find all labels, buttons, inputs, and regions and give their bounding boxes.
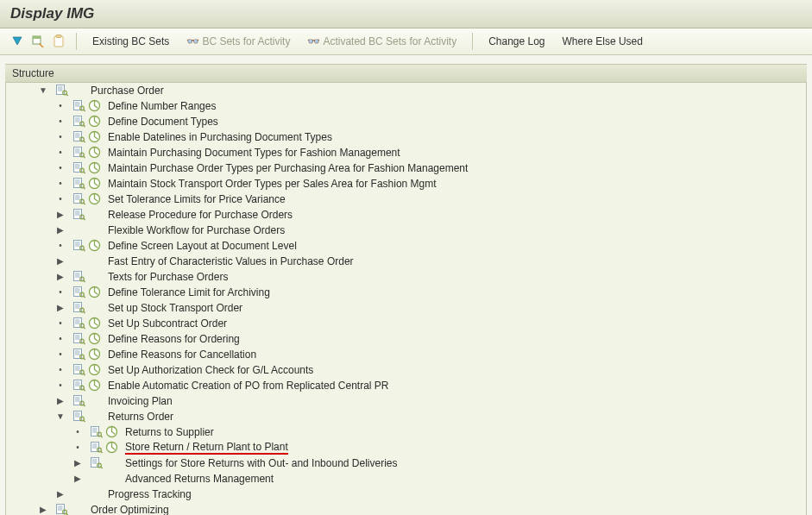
node-label[interactable]: Define Number Ranges (108, 100, 216, 112)
img-doc-icon[interactable] (72, 130, 85, 144)
img-doc-icon[interactable] (54, 503, 68, 516)
execute-activity-icon[interactable] (87, 192, 101, 206)
img-doc-icon[interactable] (72, 161, 85, 175)
tree-row[interactable]: • Define Reasons for Ordering (6, 331, 806, 347)
node-label[interactable]: Define Document Types (108, 116, 218, 128)
tree-row[interactable]: ▶Flexible Workflow for Purchase Orders (6, 223, 806, 238)
execute-activity-icon[interactable] (87, 239, 101, 253)
node-label[interactable]: Invoicing Plan (108, 395, 173, 407)
tree-row[interactable]: ▶Fast Entry of Characteristic Values in … (6, 254, 806, 269)
node-label[interactable]: Progress Tracking (108, 488, 192, 500)
node-label[interactable]: Set Tolerance Limits for Price Variance (108, 193, 286, 205)
node-label[interactable]: Define Screen Layout at Document Level (108, 240, 297, 252)
execute-activity-icon[interactable] (87, 99, 101, 113)
node-label[interactable]: Set Up Subcontract Order (108, 317, 227, 330)
img-doc-icon[interactable] (72, 348, 85, 361)
tree-row[interactable]: • Maintain Stock Transport Order Types p… (6, 176, 806, 192)
img-doc-icon[interactable] (72, 177, 85, 191)
expand-icon[interactable]: ▶ (72, 458, 84, 468)
tree-row[interactable]: ▶ Set up Stock Transport Order (6, 300, 806, 316)
node-label[interactable]: Define Tolerance Limit for Archiving (108, 286, 270, 298)
node-label[interactable]: Enable Datelines in Purchasing Document … (108, 131, 332, 143)
img-doc-icon[interactable] (72, 270, 85, 284)
execute-activity-icon[interactable] (87, 146, 101, 160)
node-label[interactable]: Returns to Supplier (125, 426, 214, 438)
img-doc-icon[interactable] (89, 456, 103, 470)
tree-row[interactable]: ▼ Returns Order (6, 409, 806, 424)
change-log-button[interactable]: Change Log (482, 33, 551, 50)
img-doc-icon[interactable] (72, 192, 85, 206)
expand-subtree-icon[interactable] (9, 33, 26, 50)
execute-activity-icon[interactable] (87, 161, 101, 175)
img-doc-icon[interactable] (72, 379, 85, 393)
node-label[interactable]: Store Return / Return Plant to Plant (125, 441, 288, 455)
tree-row[interactable]: ▶ Texts for Purchase Orders (6, 269, 806, 285)
node-label[interactable]: Texts for Purchase Orders (108, 271, 228, 283)
tree-row[interactable]: ▶ Invoicing Plan (6, 393, 806, 409)
expand-icon[interactable]: ▶ (54, 225, 66, 235)
tree-row[interactable]: ▶ Order Optimizing (6, 502, 806, 515)
node-label[interactable]: Define Reasons for Ordering (108, 333, 240, 345)
where-else-used-button[interactable]: Where Else Used (556, 33, 650, 50)
img-doc-icon[interactable] (72, 146, 85, 160)
node-label[interactable]: Returns Order (108, 411, 173, 423)
img-doc-icon[interactable] (72, 394, 85, 408)
node-label[interactable]: Define Reasons for Cancellation (108, 349, 256, 361)
execute-activity-icon[interactable] (104, 441, 118, 455)
expand-icon[interactable]: ▶ (54, 256, 66, 266)
img-doc-icon[interactable] (72, 363, 85, 377)
node-label[interactable]: Set Up Authorization Check for G/L Accou… (108, 364, 313, 376)
tree-row[interactable]: • Set Tolerance Limits for Price Varianc… (6, 192, 806, 207)
tree-row[interactable]: • Define Tolerance Limit for Archiving (6, 285, 806, 300)
tree-row[interactable]: • Enable Automatic Creation of PO from R… (6, 378, 806, 393)
tree-row[interactable]: ▶ Settings for Store Returns with Out- a… (6, 455, 806, 471)
tree-row[interactable]: • Define Document Types (6, 114, 806, 129)
tree-row[interactable]: ▼ Purchase Order (6, 83, 806, 98)
img-doc-icon[interactable] (72, 286, 85, 299)
img-doc-icon[interactable] (72, 239, 85, 253)
tree-row[interactable]: ▶Progress Tracking (6, 487, 806, 502)
node-label[interactable]: Maintain Purchase Order Types per Purcha… (108, 162, 468, 174)
tree-row[interactable]: • Define Screen Layout at Document Level (6, 238, 806, 254)
node-label[interactable]: Enable Automatic Creation of PO from Rep… (108, 380, 389, 392)
expand-icon[interactable]: ▶ (54, 396, 66, 405)
img-doc-icon[interactable] (54, 84, 68, 97)
existing-bc-sets-button[interactable]: Existing BC Sets (85, 33, 176, 50)
find-icon[interactable] (29, 33, 47, 50)
expand-icon[interactable]: ▶ (54, 489, 66, 499)
node-label[interactable]: Release Procedure for Purchase Orders (108, 209, 293, 221)
tree-row[interactable]: • Maintain Purchasing Document Types for… (6, 145, 806, 160)
tree-row[interactable]: • Set Up Authorization Check for G/L Acc… (6, 362, 806, 378)
img-doc-icon[interactable] (72, 115, 85, 129)
collapse-icon[interactable]: ▼ (37, 85, 49, 95)
clipboard-icon[interactable] (50, 33, 67, 50)
execute-activity-icon[interactable] (87, 130, 101, 144)
tree-row[interactable]: • Define Reasons for Cancellation (6, 347, 806, 362)
execute-activity-icon[interactable] (87, 177, 101, 191)
img-doc-icon[interactable] (72, 99, 85, 113)
node-label[interactable]: Maintain Purchasing Document Types for F… (108, 147, 400, 159)
img-doc-icon[interactable] (72, 317, 85, 330)
img-doc-icon[interactable] (72, 208, 85, 222)
execute-activity-icon[interactable] (87, 332, 101, 346)
tree-row[interactable]: • Store Return / Return Plant to Plant (6, 440, 806, 455)
node-label[interactable]: Set up Stock Transport Order (108, 302, 242, 314)
expand-icon[interactable]: ▶ (54, 303, 66, 312)
node-label[interactable]: Order Optimizing (91, 504, 169, 516)
node-label[interactable]: Settings for Store Returns with Out- and… (125, 457, 398, 469)
node-label[interactable]: Maintain Stock Transport Order Types per… (108, 178, 437, 190)
node-label[interactable]: Advanced Returns Management (125, 473, 274, 485)
img-doc-icon[interactable] (72, 301, 85, 315)
execute-activity-icon[interactable] (87, 317, 101, 330)
execute-activity-icon[interactable] (87, 348, 101, 361)
node-label[interactable]: Fast Entry of Characteristic Values in P… (108, 255, 354, 267)
tree-row[interactable]: • Set Up Subcontract Order (6, 316, 806, 331)
expand-icon[interactable]: ▶ (54, 210, 66, 219)
tree-row[interactable]: • Returns to Supplier (6, 424, 806, 440)
execute-activity-icon[interactable] (87, 286, 101, 299)
execute-activity-icon[interactable] (87, 379, 101, 393)
tree-row[interactable]: • Define Number Ranges (6, 98, 806, 114)
img-doc-icon[interactable] (89, 441, 103, 455)
node-label[interactable]: Flexible Workflow for Purchase Orders (108, 224, 285, 236)
execute-activity-icon[interactable] (87, 363, 101, 377)
